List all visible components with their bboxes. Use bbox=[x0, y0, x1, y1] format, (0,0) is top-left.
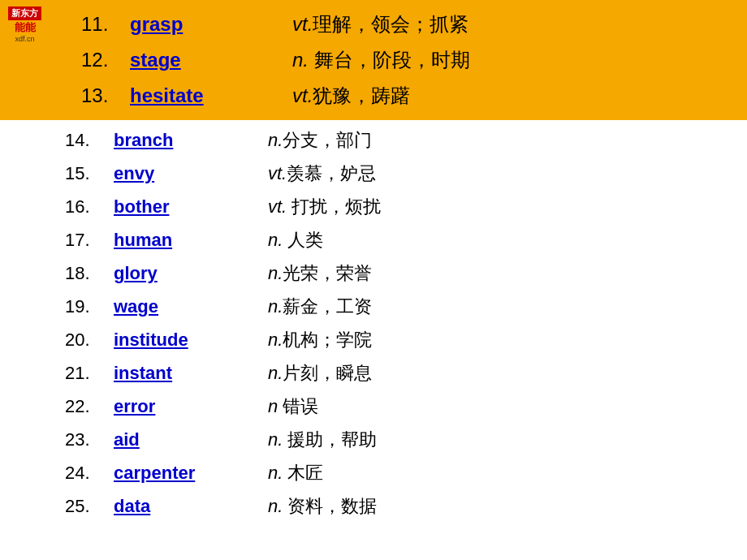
item-def-12: n. 舞台，阶段，时期 bbox=[292, 45, 470, 75]
item-word-14: branch bbox=[114, 127, 260, 153]
item-number-14: 14. bbox=[65, 127, 114, 153]
logo-main: 能能 bbox=[15, 20, 36, 35]
item-word-16: bother bbox=[114, 193, 260, 220]
vocab-item-21: 21. instant n.片刻，瞬息 bbox=[0, 356, 747, 390]
item-word-22: error bbox=[114, 393, 260, 420]
item-def-20: n.机构；学院 bbox=[268, 326, 372, 353]
item-number-16: 16. bbox=[65, 193, 114, 220]
item-def-18: n.光荣，荣誉 bbox=[268, 260, 372, 286]
vocab-item-25: 25. data n. 资料，数据 bbox=[0, 489, 747, 523]
main-container: 新东方 能能 xdf.cn 11. grasp vt.理解，领会；抓紧 12. … bbox=[0, 0, 747, 560]
item-word-18: glory bbox=[114, 260, 260, 286]
vocab-item-17: 17. human n. 人类 bbox=[0, 223, 747, 256]
item-def-13: vt.犹豫，踌躇 bbox=[292, 81, 410, 110]
vocab-item-18: 18. glory n.光荣，荣誉 bbox=[0, 256, 747, 290]
item-number-22: 22. bbox=[65, 393, 114, 420]
item-number-20: 20. bbox=[65, 326, 114, 353]
logo-area: 新东方 能能 xdf.cn bbox=[8, 6, 41, 43]
item-number-21: 21. bbox=[65, 360, 114, 386]
item-def-17: n. 人类 bbox=[268, 226, 323, 253]
vocab-item-13: 13. hesitate vt.犹豫，踌躇 bbox=[0, 78, 747, 114]
item-def-21: n.片刻，瞬息 bbox=[268, 360, 372, 386]
bottom-section: 14. branch n.分支，部门 15. envy vt.羡慕，妒忌 16.… bbox=[0, 120, 747, 526]
item-word-13: hesitate bbox=[130, 81, 284, 110]
item-number-18: 18. bbox=[65, 260, 114, 286]
item-number-12: 12. bbox=[81, 45, 130, 75]
item-def-23: n. 援助，帮助 bbox=[268, 426, 377, 453]
item-number-19: 19. bbox=[65, 293, 114, 320]
logo-sub: xdf.cn bbox=[15, 35, 34, 43]
vocab-item-12: 12. stage n. 舞台，阶段，时期 bbox=[0, 42, 747, 78]
logo-line1: 新东方 bbox=[11, 8, 38, 18]
item-word-25: data bbox=[114, 493, 260, 519]
item-number-17: 17. bbox=[65, 226, 114, 253]
logo-box: 新东方 bbox=[8, 6, 41, 20]
item-word-15: envy bbox=[114, 160, 260, 187]
item-def-19: n.薪金，工资 bbox=[268, 293, 372, 320]
vocab-item-15: 15. envy vt.羡慕，妒忌 bbox=[0, 157, 747, 190]
top-section: 新东方 能能 xdf.cn 11. grasp vt.理解，领会；抓紧 12. … bbox=[0, 0, 747, 120]
item-number-23: 23. bbox=[65, 426, 114, 453]
item-number-15: 15. bbox=[65, 160, 114, 187]
vocab-item-11: 11. grasp vt.理解，领会；抓紧 bbox=[0, 6, 747, 42]
item-def-25: n. 资料，数据 bbox=[268, 493, 377, 519]
item-word-23: aid bbox=[114, 426, 260, 453]
item-def-15: vt.羡慕，妒忌 bbox=[268, 160, 376, 187]
item-number-24: 24. bbox=[65, 459, 114, 486]
item-def-11: vt.理解，领会；抓紧 bbox=[292, 10, 468, 39]
vocab-item-20: 20. institude n.机构；学院 bbox=[0, 323, 747, 356]
item-word-24: carpenter bbox=[114, 459, 260, 486]
vocab-item-14: 14. branch n.分支，部门 bbox=[0, 123, 747, 157]
item-def-14: n.分支，部门 bbox=[268, 127, 372, 153]
item-def-22: n 错误 bbox=[268, 393, 318, 420]
item-number-25: 25. bbox=[65, 493, 114, 519]
item-word-11: grasp bbox=[130, 10, 284, 39]
item-def-16: vt. 打扰，烦扰 bbox=[268, 193, 381, 220]
item-word-21: instant bbox=[114, 360, 260, 386]
item-number-11: 11. bbox=[81, 10, 130, 39]
vocab-item-23: 23. aid n. 援助，帮助 bbox=[0, 423, 747, 456]
vocab-item-19: 19. wage n.薪金，工资 bbox=[0, 290, 747, 323]
item-word-17: human bbox=[114, 226, 260, 253]
item-number-13: 13. bbox=[81, 81, 130, 110]
item-def-24: n. 木匠 bbox=[268, 459, 323, 486]
vocab-item-24: 24. carpenter n. 木匠 bbox=[0, 456, 747, 489]
item-word-12: stage bbox=[130, 45, 284, 75]
vocab-item-22: 22. error n 错误 bbox=[0, 390, 747, 423]
vocab-item-16: 16. bother vt. 打扰，烦扰 bbox=[0, 190, 747, 223]
item-word-19: wage bbox=[114, 293, 260, 320]
item-word-20: institude bbox=[114, 326, 260, 353]
